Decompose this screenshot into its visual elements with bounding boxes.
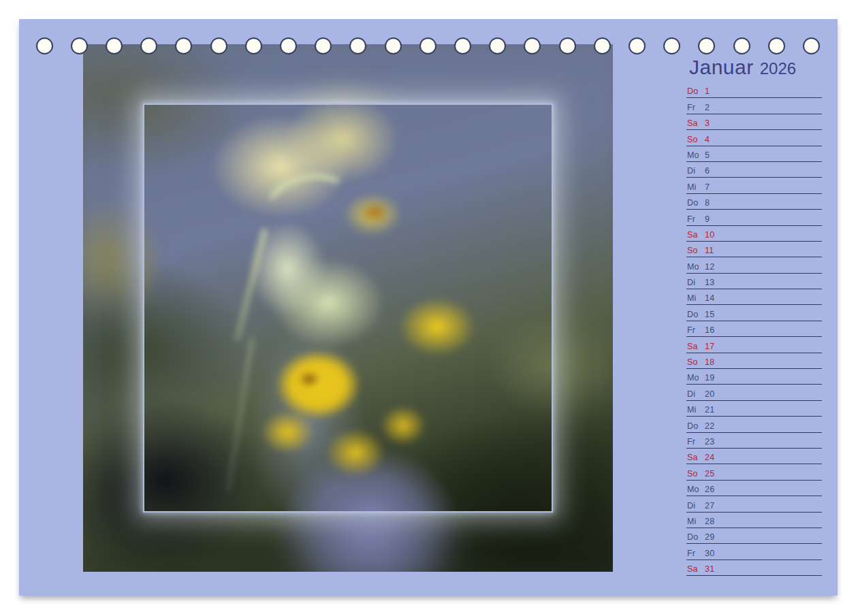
weekday-abbr: Mo bbox=[687, 485, 705, 494]
calendar-row: Mo5 bbox=[686, 146, 822, 162]
weekday-abbr: Fr bbox=[687, 437, 705, 447]
day-number: 13 bbox=[705, 278, 714, 287]
calendar-row: Mo12 bbox=[686, 257, 822, 273]
day-number: 30 bbox=[705, 549, 714, 558]
calendar-row: So18 bbox=[686, 353, 822, 369]
day-number: 26 bbox=[705, 485, 714, 494]
calendar-row: Do22 bbox=[686, 417, 822, 432]
day-number: 27 bbox=[705, 501, 714, 510]
weekday-abbr: Do bbox=[687, 532, 705, 542]
weekday-abbr: Sa bbox=[687, 453, 705, 462]
year-label: 2026 bbox=[760, 59, 796, 78]
day-number: 2 bbox=[705, 103, 710, 112]
calendar-page: Januar2026 Do1Fr2Sa3So4Mo5Di6Mi7Do8Fr9Sa… bbox=[19, 19, 838, 596]
binding-hole bbox=[349, 37, 366, 54]
calendar-row: Do29 bbox=[686, 528, 822, 544]
day-number: 28 bbox=[705, 517, 714, 526]
weekday-abbr: Sa bbox=[687, 230, 705, 240]
weekday-abbr: Do bbox=[687, 86, 705, 96]
weekday-abbr: So bbox=[687, 135, 705, 144]
weekday-abbr: Mi bbox=[687, 182, 705, 192]
day-number: 4 bbox=[705, 135, 710, 144]
day-number: 21 bbox=[705, 405, 714, 415]
binding-hole bbox=[594, 37, 611, 54]
calendar-row: Fr9 bbox=[686, 210, 822, 225]
binding-hole bbox=[245, 37, 262, 54]
day-number: 16 bbox=[705, 325, 714, 335]
binding-hole bbox=[419, 37, 436, 54]
photo-inner-frame bbox=[143, 103, 553, 513]
calendar-row: Fr23 bbox=[686, 433, 822, 449]
binding-hole bbox=[175, 37, 192, 54]
day-number: 19 bbox=[705, 373, 714, 383]
weekday-abbr: Di bbox=[687, 501, 705, 510]
binding-hole bbox=[559, 37, 576, 54]
day-number: 22 bbox=[705, 421, 714, 431]
day-number: 5 bbox=[705, 150, 710, 160]
calendar-row: So25 bbox=[686, 464, 822, 480]
calendar-row: So4 bbox=[686, 130, 822, 146]
binding-hole bbox=[454, 37, 471, 54]
binding-hole bbox=[489, 37, 506, 54]
binding-hole bbox=[733, 37, 750, 54]
day-number: 29 bbox=[705, 532, 714, 542]
binding-hole bbox=[524, 37, 541, 54]
calendar-row: Sa10 bbox=[686, 226, 822, 242]
weekday-abbr: Di bbox=[687, 278, 705, 287]
calendar-row: Sa24 bbox=[686, 449, 822, 464]
binding-hole bbox=[36, 37, 53, 54]
calendar-row: Mo19 bbox=[686, 369, 822, 385]
calendar-row: Di20 bbox=[686, 385, 822, 400]
day-number: 6 bbox=[705, 166, 710, 176]
day-number: 7 bbox=[705, 182, 710, 192]
calendar-row: Do15 bbox=[686, 305, 822, 321]
weekday-abbr: Di bbox=[687, 166, 705, 176]
day-number: 17 bbox=[705, 342, 714, 351]
calendar-row: Di13 bbox=[686, 274, 822, 289]
weekday-abbr: Mo bbox=[687, 262, 705, 272]
weekday-abbr: Mo bbox=[687, 373, 705, 383]
weekday-abbr: Do bbox=[687, 310, 705, 319]
day-number: 14 bbox=[705, 293, 714, 303]
day-number: 23 bbox=[705, 437, 714, 447]
calendar-row: Di27 bbox=[686, 496, 822, 512]
calendar-row: Di6 bbox=[686, 162, 822, 178]
calendar-row: Sa17 bbox=[686, 337, 822, 353]
day-number: 8 bbox=[705, 198, 710, 208]
weekday-abbr: So bbox=[687, 357, 705, 367]
calendar-row: Fr30 bbox=[686, 544, 822, 560]
weekday-abbr: So bbox=[687, 469, 705, 479]
day-number: 15 bbox=[705, 310, 714, 319]
calendar-row: Mi28 bbox=[686, 513, 822, 528]
calendar-row: So11 bbox=[686, 242, 822, 257]
binding-hole bbox=[106, 37, 123, 54]
binding-hole bbox=[698, 37, 715, 54]
calendar-row: Mo26 bbox=[686, 481, 822, 496]
day-number: 18 bbox=[705, 357, 714, 367]
calendar-row: Do1 bbox=[686, 82, 822, 98]
calendar-row: Fr16 bbox=[686, 321, 822, 337]
weekday-abbr: Mi bbox=[687, 517, 705, 526]
photo-sharp-area bbox=[143, 103, 553, 513]
binding-hole bbox=[280, 37, 297, 54]
weekday-abbr: Fr bbox=[687, 549, 705, 558]
weekday-abbr: Sa bbox=[687, 118, 705, 128]
weekday-abbr: Fr bbox=[687, 214, 705, 224]
binding-hole bbox=[385, 37, 402, 54]
weekday-abbr: Mo bbox=[687, 150, 705, 160]
binding-hole bbox=[140, 37, 157, 54]
month-name: Januar bbox=[689, 56, 754, 78]
day-number: 20 bbox=[705, 389, 714, 399]
day-number: 31 bbox=[705, 564, 714, 574]
weekday-abbr: Di bbox=[687, 389, 705, 399]
weekday-abbr: Do bbox=[687, 198, 705, 208]
weekday-abbr: Do bbox=[687, 421, 705, 431]
calendar-row: Do8 bbox=[686, 194, 822, 210]
day-number: 24 bbox=[705, 453, 714, 462]
calendar-row: Sa31 bbox=[686, 560, 822, 576]
weekday-abbr: Fr bbox=[687, 325, 705, 335]
binding-hole bbox=[71, 37, 88, 54]
weekday-abbr: Mi bbox=[687, 293, 705, 303]
binding-hole bbox=[768, 37, 785, 54]
day-number: 9 bbox=[705, 214, 710, 224]
